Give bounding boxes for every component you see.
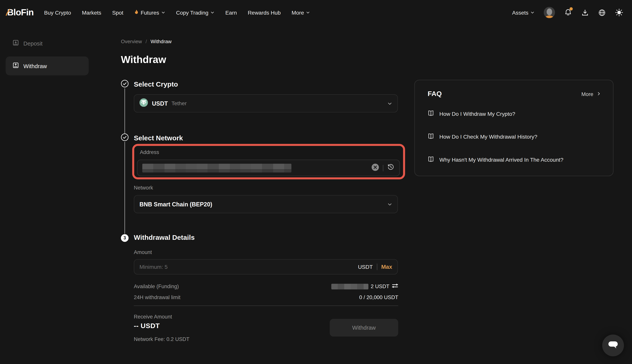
address-input[interactable]	[137, 160, 400, 176]
nav-rewards-hub[interactable]: Rewards Hub	[248, 10, 281, 15]
nav-copy-trading[interactable]: Copy Trading	[176, 10, 214, 15]
logo-text: BloFin	[7, 7, 34, 17]
chevron-down-icon	[161, 10, 165, 15]
nav-label: Markets	[82, 10, 101, 15]
clear-address-icon[interactable]	[371, 163, 379, 172]
faq-title: FAQ	[428, 90, 442, 98]
network-value: BNB Smart Chain (BEP20)	[140, 201, 212, 208]
support-chat-button[interactable]	[602, 335, 624, 356]
faq-item-label: Why Hasn't My Withdrawal Arrived In The …	[439, 157, 563, 162]
faq-panel: FAQ More How Do I Withdraw My Crypto? Ho…	[414, 80, 614, 176]
available-funding-row: Available (Funding) 2 USDT	[134, 283, 398, 289]
sidebar-item-deposit[interactable]: Deposit	[6, 34, 88, 53]
notifications-bell-icon[interactable]	[564, 8, 572, 16]
download-app-icon[interactable]	[581, 9, 589, 16]
step2-header: Select Network	[121, 134, 183, 143]
header-right-cluster: Assets	[512, 7, 623, 18]
chevron-down-icon	[210, 10, 214, 15]
theme-toggle-sun-icon[interactable]	[615, 8, 623, 16]
nav-futures[interactable]: Futures	[134, 9, 165, 16]
breadcrumb-current: Withdraw	[150, 39, 172, 44]
assets-menu[interactable]: Assets	[512, 10, 534, 15]
book-icon	[428, 133, 434, 140]
faq-item-withdrawal-not-arrived[interactable]: Why Hasn't My Withdrawal Arrived In The …	[428, 154, 604, 165]
faq-more-link[interactable]: More	[581, 91, 601, 97]
nav-label: Earn	[226, 10, 237, 15]
crypto-select[interactable]: USDT Tether	[134, 94, 398, 112]
nav-label: Buy Crypto	[44, 10, 71, 15]
address-history-icon[interactable]	[387, 163, 395, 172]
nav-label: Futures	[141, 10, 159, 15]
logo-flame-accent	[6, 8, 10, 18]
faq-item-label: How Do I Check My Withdrawal History?	[439, 134, 537, 140]
address-actions	[371, 163, 395, 172]
nav-earn[interactable]: Earn	[226, 10, 237, 15]
main-nav: Buy Crypto Markets Spot Futures Copy Tra…	[44, 9, 310, 16]
nav-label: Spot	[112, 10, 123, 15]
withdrawal-limit-row: 24H withdrawal limit 0 / 20,000 USDT	[134, 294, 398, 300]
nav-label: Copy Trading	[176, 10, 208, 15]
avatar[interactable]	[544, 7, 555, 18]
step1-title: Select Crypto	[134, 80, 178, 88]
network-select[interactable]: BNB Smart Chain (BEP20)	[134, 195, 398, 213]
breadcrumb-overview-link[interactable]: Overview	[121, 39, 142, 44]
step2-title: Select Network	[134, 134, 183, 142]
address-highlight-box: Address	[132, 144, 405, 180]
available-value: 2 USDT	[371, 283, 389, 289]
available-label: Available (Funding)	[134, 283, 179, 289]
faq-more-label: More	[581, 91, 593, 97]
transfer-swap-icon[interactable]	[392, 283, 398, 289]
step1-check-icon	[121, 80, 129, 89]
nav-spot[interactable]: Spot	[112, 10, 123, 15]
crypto-name: Tether	[172, 100, 186, 106]
amount-field: USDT Max	[134, 259, 398, 274]
withdraw-icon	[12, 62, 19, 70]
network-fee-text: Network Fee: 0.2 USDT	[134, 336, 190, 342]
divider	[377, 264, 377, 270]
tether-coin-icon	[140, 98, 148, 108]
sidebar-item-label: Withdraw	[24, 62, 47, 69]
language-globe-icon[interactable]	[598, 9, 606, 16]
sidebar-item-withdraw[interactable]: Withdraw	[6, 56, 88, 76]
max-button[interactable]: Max	[381, 264, 392, 270]
amount-input[interactable]	[140, 264, 358, 270]
step1-header: Select Crypto	[121, 80, 178, 89]
notification-badge	[570, 7, 573, 10]
chevron-down-icon	[388, 202, 392, 206]
faq-item-withdrawal-history[interactable]: How Do I Check My Withdrawal History?	[428, 131, 604, 142]
withdraw-page: BloFin Buy Crypto Markets Spot Futures C…	[0, 0, 632, 364]
address-label: Address	[140, 149, 159, 155]
receive-amount-label: Receive Amount	[134, 314, 172, 320]
step3-number-badge: 3	[121, 234, 129, 242]
step3-title: Withdrawal Details	[134, 234, 195, 242]
nav-more[interactable]: More	[292, 10, 310, 15]
nav-label: Rewards Hub	[248, 10, 281, 15]
nav-buy-crypto[interactable]: Buy Crypto	[44, 10, 71, 15]
redacted-balance	[331, 284, 368, 289]
chevron-right-icon	[596, 91, 601, 97]
redacted-address-value	[142, 164, 292, 172]
book-icon	[428, 110, 434, 118]
chevron-down-icon	[306, 10, 310, 15]
breadcrumb: Overview / Withdraw	[121, 39, 172, 44]
flame-icon	[134, 9, 138, 16]
sidebar-item-label: Deposit	[24, 40, 42, 47]
limit-value: 0 / 20,000 USDT	[359, 294, 398, 300]
faq-item-withdraw-crypto[interactable]: How Do I Withdraw My Crypto?	[428, 108, 604, 119]
page-title: Withdraw	[121, 54, 166, 65]
blofin-logo[interactable]: BloFin	[7, 7, 34, 18]
network-label: Network	[134, 185, 153, 191]
step3-header: 3 Withdrawal Details	[121, 234, 195, 242]
nav-markets[interactable]: Markets	[82, 10, 101, 15]
divider	[134, 306, 398, 306]
amount-unit: USDT	[358, 264, 373, 270]
nav-label: More	[292, 10, 304, 15]
chat-bubble-icon	[608, 340, 618, 351]
chevron-down-icon	[530, 10, 534, 15]
withdraw-submit-button[interactable]: Withdraw	[330, 319, 398, 336]
step-connector-line	[124, 88, 125, 134]
amount-label: Amount	[134, 249, 152, 255]
book-icon	[428, 156, 434, 164]
receive-amount-value: -- USDT	[134, 322, 160, 330]
step2-check-icon	[121, 134, 129, 143]
